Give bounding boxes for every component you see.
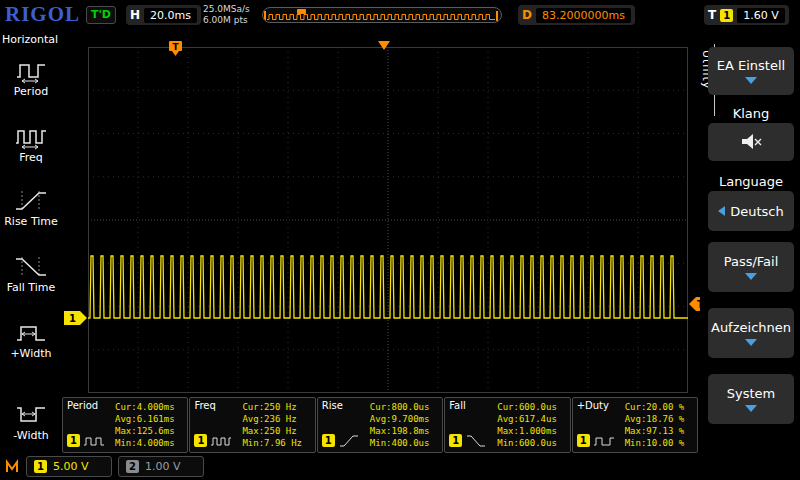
channel-2-toggle[interactable]: 2 1.00 V <box>118 456 204 477</box>
rise-measure-icon <box>338 433 360 448</box>
menu-item-ea-einstell[interactable]: EA Einstell <box>708 47 794 95</box>
measurement-name: Fall <box>449 400 466 411</box>
channel-1-badge: 1 <box>449 434 462 447</box>
trigger-label: T <box>708 8 716 22</box>
measurement-rise[interactable]: Rise 1 Cur:800.0us Avg:9.700ms Max:198.8… <box>317 397 443 453</box>
fall-measure-icon <box>465 433 487 448</box>
menu-item-klang-label: Klang <box>708 106 794 121</box>
menu-item-klang[interactable] <box>708 123 794 161</box>
acquisition-info: 25.0MSa/s 6.00M pts <box>203 4 250 26</box>
menu-item-label: Freq <box>0 151 62 164</box>
svg-text:T: T <box>173 42 180 52</box>
chevron-down-icon <box>745 273 757 280</box>
menu-item-label: Aufzeichnen <box>711 320 791 335</box>
channel-1-number: 1 <box>34 460 47 473</box>
m-status-icon <box>5 458 21 474</box>
menu-item-label: System <box>727 386 775 401</box>
waveform-position-bar[interactable] <box>262 7 502 23</box>
menu-item-system[interactable]: System <box>708 374 794 424</box>
right-menu: Utility EA Einstell Klang Language Deuts… <box>700 30 800 480</box>
channel-1-badge: 1 <box>194 434 207 447</box>
menu-item-label: EA Einstell <box>717 58 785 73</box>
menu-item-label: Pass/Fail <box>724 254 779 269</box>
measurement-name: Period <box>67 400 98 411</box>
timebase-value: 20.0ms <box>144 8 197 23</box>
fall-time-icon <box>14 254 48 280</box>
delay-label: D <box>522 8 532 22</box>
channel-1-badge: 1 <box>322 434 335 447</box>
menu-item-minus-width[interactable]: -Width <box>0 402 62 442</box>
trigger-source-badge: 1 <box>720 9 733 22</box>
menu-item-plus-width[interactable]: +Width <box>0 320 62 360</box>
menu-item-language-label: Language <box>708 174 794 189</box>
measurement-name: Freq <box>194 400 215 411</box>
measurement-period[interactable]: Period 1 Cur:4.000ms Avg:6.161ms Max:125… <box>62 397 188 453</box>
horizontal-timebase-group[interactable]: H 20.0ms <box>126 5 201 25</box>
horizontal-label: H <box>130 8 140 22</box>
measurement-values: Cur:600.0us Avg:617.4us Max:1.000ms Min:… <box>497 401 557 449</box>
trigger-position-marker[interactable] <box>377 41 391 51</box>
trigger-delay-group[interactable]: D 83.2000000ms <box>518 5 635 25</box>
delay-value: 83.2000000ms <box>536 8 631 23</box>
period-icon <box>14 58 48 84</box>
chevron-left-icon <box>718 206 725 216</box>
menu-item-pass-fail[interactable]: Pass/Fail <box>708 242 794 292</box>
measurement-values: Cur:250 Hz Avg:236 Hz Max:250 Hz Min:7.9… <box>242 401 302 449</box>
channel1-offset-marker[interactable]: 1 <box>64 311 88 325</box>
period-measure-icon <box>83 433 105 448</box>
speaker-muted-icon <box>739 133 763 151</box>
menu-item-label: Rise Time <box>0 215 62 228</box>
menu-item-label: Period <box>0 85 62 98</box>
duty-measure-icon <box>593 433 615 448</box>
menu-item-freq[interactable]: Freq <box>0 124 62 164</box>
oscilloscope-screen: { "top_bar": { "logo": "RIGOL", "trigger… <box>0 0 800 480</box>
channel-1-badge: 1 <box>67 434 80 447</box>
plus-width-icon <box>14 320 48 346</box>
waveform-display <box>88 47 688 393</box>
rise-time-icon <box>14 188 48 214</box>
language-value: Deutsch <box>730 204 784 219</box>
top-bar: RIGOL T'D H 20.0ms 25.0MSa/s 6.00M pts D… <box>0 0 800 30</box>
measurement-fall[interactable]: Fall 1 Cur:600.0us Avg:617.4us Max:1.000… <box>444 397 570 453</box>
channel-1-toggle[interactable]: 1 5.00 V <box>26 456 112 477</box>
channel-1-scale: 5.00 V <box>53 460 89 473</box>
minus-width-icon <box>14 402 48 428</box>
sample-rate: 25.0MSa/s <box>203 4 250 15</box>
memory-waveform-preview-icon <box>263 8 501 23</box>
left-menu-title: Horizontal <box>0 30 62 49</box>
measurement-values: Cur:4.000ms Avg:6.161ms Max:125.6ms Min:… <box>115 401 175 449</box>
memory-depth: 6.00M pts <box>203 15 250 26</box>
measurement-name: +Duty <box>577 400 609 411</box>
menu-item-label: Fall Time <box>0 281 62 294</box>
measurement-values: Cur:800.0us Avg:9.700ms Max:198.8ms Min:… <box>370 401 430 449</box>
left-menu: Horizontal Period Freq Rise Time Fall Ti… <box>0 30 62 453</box>
measurement-row: Period 1 Cur:4.000ms Avg:6.161ms Max:125… <box>62 397 698 453</box>
menu-item-period[interactable]: Period <box>0 58 62 98</box>
chevron-down-icon <box>745 405 757 412</box>
svg-text:1: 1 <box>69 313 76 324</box>
channel-1-badge: 1 <box>577 434 590 447</box>
menu-item-language[interactable]: Deutsch <box>708 191 794 231</box>
freq-icon <box>14 124 48 150</box>
trigger-status-badge: T'D <box>86 6 116 24</box>
channel-2-scale: 1.00 V <box>145 460 181 473</box>
measurement-name: Rise <box>322 400 343 411</box>
menu-item-label: -Width <box>0 429 62 442</box>
trigger-level-value: 1.60 V <box>737 8 785 23</box>
measurement-freq[interactable]: Freq 1 Cur:250 Hz Avg:236 Hz Max:250 Hz … <box>189 397 315 453</box>
menu-item-fall-time[interactable]: Fall Time <box>0 254 62 294</box>
freq-measure-icon <box>210 433 232 448</box>
trigger-flag-marker[interactable]: T <box>168 41 184 57</box>
chevron-down-icon <box>745 339 757 346</box>
bottom-bar: 1 5.00 V 2 1.00 V <box>0 453 800 480</box>
measurement-plus-duty[interactable]: +Duty 1 Cur:20.00 % Avg:18.76 % Max:97.1… <box>572 397 698 453</box>
rigol-logo: RIGOL <box>5 2 80 27</box>
menu-item-rise-time[interactable]: Rise Time <box>0 188 62 228</box>
channel1-waveform <box>88 47 688 393</box>
measurement-values: Cur:20.00 % Avg:18.76 % Max:97.13 % Min:… <box>625 401 685 449</box>
channel-2-number: 2 <box>126 460 139 473</box>
menu-item-aufzeichnen[interactable]: Aufzeichnen <box>708 308 794 358</box>
menu-item-label: +Width <box>0 347 62 360</box>
trigger-info-group[interactable]: T 1 1.60 V <box>704 5 789 25</box>
chevron-down-icon <box>745 77 757 84</box>
